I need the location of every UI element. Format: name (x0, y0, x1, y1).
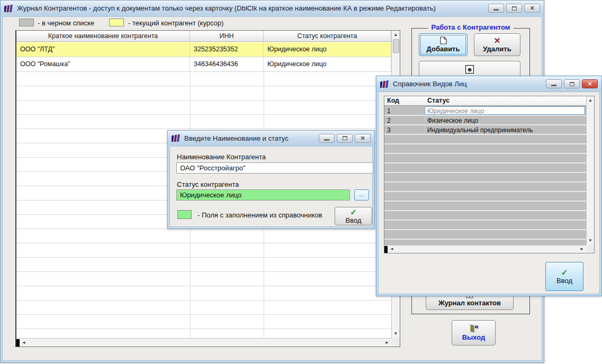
scroll-down-icon[interactable]: ▼ (586, 236, 595, 245)
current-color-swatch (109, 19, 124, 26)
grid-horizontal-scrollbar[interactable]: ◄ ► (16, 338, 391, 347)
reference-horizontal-scrollbar[interactable]: ◄ ► (384, 245, 586, 253)
person-types-grid: Код Статус 1 Юридическое лицо 2 Физическ… (384, 96, 595, 253)
scroll-right-icon[interactable]: ► (578, 245, 586, 253)
exit-button[interactable]: Выход (452, 320, 496, 345)
reference-enter-label: Ввод (556, 277, 572, 285)
column-header-status[interactable]: Статус (425, 96, 586, 105)
add-button[interactable]: Добавить (419, 33, 468, 56)
cell-status[interactable]: Юридическое лицо (264, 57, 391, 71)
cell-code[interactable]: 2 (384, 116, 425, 124)
main-window-title: Журнал Контрагентов - доступ к документа… (17, 4, 484, 12)
contractor-status-label: Статус контрагента (177, 180, 239, 188)
maximize-button[interactable] (564, 79, 580, 88)
delete-button[interactable]: ✕ Удалить (474, 33, 520, 56)
minimize-button[interactable] (546, 79, 562, 88)
table-row[interactable]: 3 Индивидуальный предприниматель (384, 125, 586, 135)
cell-name[interactable]: ООО "ЛТД" (16, 42, 190, 57)
scroll-right-icon[interactable]: ► (383, 339, 391, 347)
scroll-down-icon[interactable]: ▼ (392, 330, 400, 338)
books-app-icon (172, 134, 181, 142)
cell-status[interactable]: Юридическое лицо (264, 42, 391, 57)
cell-inn[interactable]: 325235235352 (190, 42, 264, 57)
cell-name[interactable]: ООО "Ромашка" (16, 57, 190, 71)
column-header-status[interactable]: Статус контрагента (264, 31, 391, 41)
maximize-button[interactable] (506, 4, 522, 13)
minimize-button[interactable] (319, 134, 335, 143)
column-header-inn[interactable]: ИНН (190, 31, 264, 41)
exit-door-icon (469, 324, 479, 333)
delete-button-label: Удалить (483, 45, 511, 53)
cell-code[interactable]: 1 (384, 106, 425, 115)
blacklist-legend-label: - в черном списке (38, 19, 94, 27)
scroll-left-icon[interactable]: ◄ (20, 339, 28, 347)
table-row[interactable]: ООО "Ромашка" 346346436436 Юридическое л… (16, 57, 391, 72)
scroll-left-icon[interactable]: ◄ (388, 245, 396, 253)
contractor-name-input[interactable]: ОАО "Росстройагро" (176, 162, 373, 174)
groupbox-title: Работа с Контрагентом (428, 23, 514, 31)
column-header-code[interactable]: Код (384, 96, 425, 105)
books-app-icon (4, 4, 13, 13)
table-row[interactable]: 1 Юридическое лицо (384, 106, 586, 116)
column-header-name[interactable]: Краткое наименование контрагента (16, 31, 190, 41)
scroll-up-icon[interactable]: ▲ (392, 31, 400, 39)
person-icon: ☻ (465, 65, 474, 74)
main-titlebar[interactable]: Журнал Контрагентов - доступ к документа… (1, 1, 544, 16)
blacklist-color-swatch (19, 19, 34, 26)
maximize-button[interactable] (337, 134, 353, 143)
close-button[interactable]: ✕ (355, 134, 371, 143)
reference-field-swatch (177, 210, 192, 219)
exit-button-label: Выход (462, 333, 485, 341)
empty-grid-rows (384, 135, 586, 245)
close-button[interactable]: ✕ (582, 79, 598, 88)
contractor-name-label: Наименование Контрагента (177, 153, 266, 161)
contractors-grid-header[interactable]: Краткое наименование контрагента ИНН Ста… (16, 31, 391, 42)
delete-x-icon: ✕ (494, 37, 501, 44)
dialog-enter-button[interactable]: ✓ Ввод (335, 207, 372, 225)
contacts-journal-label: Журнал контактов (438, 299, 501, 307)
reference-window-title: Справочник Видов Лиц (393, 80, 542, 88)
dialog-titlebar[interactable]: Введите Наименование и статус ✕ (168, 131, 374, 145)
table-row[interactable]: 2 Физическое лицо (384, 116, 586, 125)
minimize-button[interactable] (488, 4, 504, 13)
dialog-title: Введите Наименование и статус (184, 134, 315, 142)
scroll-up-icon[interactable]: ▲ (586, 96, 595, 105)
checkmark-icon: ✓ (350, 208, 357, 216)
person-types-reference-window: Справочник Видов Лиц ✕ Код Статус 1 Юрид… (376, 76, 602, 296)
reference-vertical-scrollbar[interactable]: ▲ ▼ (586, 96, 594, 245)
name-status-dialog: Введите Наименование и статус ✕ Наименов… (167, 130, 375, 229)
reference-legend-label: - Поля с заполнением из справочников (197, 211, 322, 219)
status-edit-box[interactable]: Юридическое лицо (425, 106, 585, 115)
person-types-grid-header[interactable]: Код Статус (384, 96, 586, 106)
checkmark-icon: ✓ (561, 269, 568, 276)
status-lookup-button[interactable]: ... (354, 189, 369, 201)
reference-titlebar[interactable]: Справочник Видов Лиц ✕ (376, 76, 601, 92)
add-button-label: Добавить (427, 45, 460, 53)
table-row[interactable]: ООО "ЛТД" 325235235352 Юридическое лицо (16, 42, 391, 57)
cell-inn[interactable]: 346346436436 (190, 57, 264, 71)
cell-status[interactable]: Физическое лицо (425, 116, 586, 124)
desktop: Журнал Контрагентов - доступ к документа… (0, 0, 602, 364)
current-legend-label: - текущий контрагент (курсор) (128, 19, 223, 27)
reference-enter-button[interactable]: ✓ Ввод (545, 262, 583, 291)
books-app-icon (380, 80, 389, 88)
cell-status[interactable]: Индивидуальный предприниматель (425, 125, 586, 134)
contractor-status-input[interactable]: Юридическое лицо (176, 189, 350, 201)
dialog-enter-label: Ввод (346, 216, 362, 224)
close-button[interactable]: ✕ (524, 4, 540, 13)
cell-code[interactable]: 3 (384, 125, 425, 134)
scroll-thumb[interactable] (393, 39, 399, 53)
new-document-icon (440, 37, 447, 44)
